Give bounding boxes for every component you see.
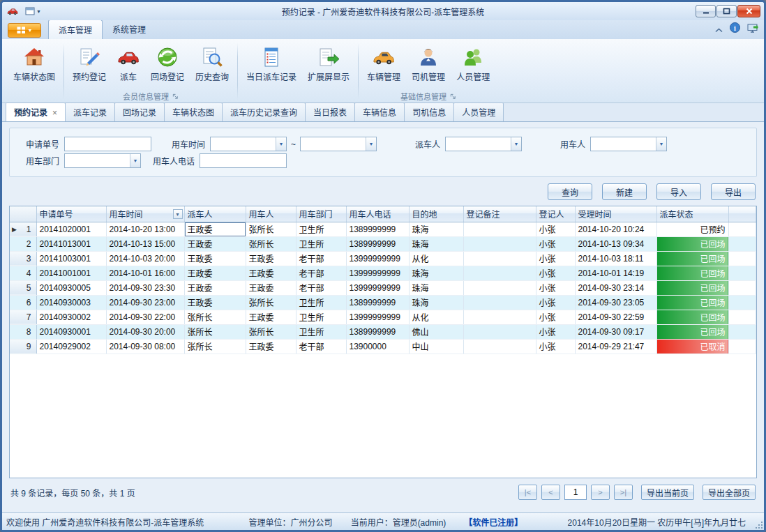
cell-phone[interactable]: 1389999999 [346,236,409,251]
cell-use_time[interactable]: 2014-10-03 20:00 [106,251,184,266]
cell-phone[interactable]: 1389999999 [346,222,409,236]
cell-registrar[interactable]: 小张 [536,295,575,310]
ribbon-button-yellow-car[interactable]: 车辆管理 [361,43,406,84]
cell-dispatcher[interactable]: 王政委 [184,251,246,266]
table-row[interactable]: 2201410130012014-10-13 15:00王政委张所长卫生所138… [10,236,756,251]
cell-order_no[interactable]: 20141003001 [36,251,106,266]
cell-phone[interactable]: 13999999999 [346,310,409,324]
cell-phone[interactable]: 13999999999 [346,251,409,266]
cell-accept_time[interactable]: 2014-10-01 14:19 [575,266,656,280]
cell-dispatcher[interactable]: 王政委 [184,236,246,251]
doc-tab-7[interactable]: 车辆信息 [354,102,405,121]
ribbon-button-pencil[interactable]: 预约登记 [67,43,112,84]
combo-dropdown-icon[interactable]: ▼ [656,137,666,151]
row-indicator[interactable]: ▶1 [10,222,36,236]
cell-status[interactable]: 已回场 [656,324,728,339]
ribbon-tab-2[interactable]: 系统管理 [103,20,156,39]
col-header-remark[interactable]: 登记备注 [463,206,536,222]
cell-status[interactable]: 已回场 [656,295,728,310]
cell-dispatcher[interactable]: 张所长 [184,324,246,339]
cell-use_time[interactable]: 2014-09-30 23:30 [106,280,184,295]
row-indicator[interactable]: 2 [10,236,36,251]
cell-use_time[interactable]: 2014-09-30 22:00 [106,310,184,324]
doc-tab-8[interactable]: 司机信息 [404,102,454,121]
row-indicator[interactable]: 4 [10,266,36,280]
cell-accept_time[interactable]: 2014-09-30 22:59 [575,310,656,324]
cell-destination[interactable]: 从化 [409,310,463,324]
doc-tab-3[interactable]: 回场记录 [114,102,165,121]
cell-destination[interactable]: 珠海 [409,222,463,236]
new-button[interactable]: 新建 [602,183,647,200]
doc-tab-1[interactable]: 预约记录× [6,102,66,121]
cell-status[interactable]: 已取消 [656,339,728,354]
cell-remark[interactable] [463,310,536,324]
cell-status[interactable]: 已回场 [656,251,728,266]
tab-close-icon[interactable]: × [52,108,57,118]
combo-dropdown-icon[interactable]: ▼ [511,137,521,151]
cell-dispatcher[interactable]: 王政委 [184,295,246,310]
cell-destination[interactable]: 佛山 [409,324,463,339]
table-row[interactable]: 3201410030012014-10-03 20:00王政委王政委老干部139… [10,251,756,266]
table-row[interactable]: 6201409300032014-09-30 23:00王政委张所长卫生所138… [10,295,756,310]
cell-remark[interactable] [463,324,536,339]
doc-tab-5[interactable]: 派车历史记录查询 [222,102,306,121]
ribbon-tab-1[interactable]: 派车管理 [48,20,103,39]
ribbon-button-daily-record[interactable]: 当日派车记录 [241,43,302,84]
cell-order_no[interactable]: 20141001001 [36,266,106,280]
cell-status[interactable]: 已回场 [656,266,728,280]
use-time-to-combo[interactable]: ▼ [300,137,377,151]
cell-user[interactable]: 张所长 [246,236,296,251]
import-button[interactable]: 导入 [656,183,701,200]
app-menu-button[interactable]: ▼ [8,23,41,38]
cell-destination[interactable]: 从化 [409,251,463,266]
use-time-from-combo[interactable]: ▼ [210,137,287,151]
cell-phone[interactable]: 1389999999 [346,295,409,310]
col-header-order_no[interactable]: 申请单号 [36,206,106,222]
cell-dept[interactable]: 老干部 [296,251,346,266]
ribbon-button-people[interactable]: 人员管理 [451,43,495,84]
table-row[interactable]: 9201409290022014-09-30 08:00张所长王政委老干部139… [10,339,756,354]
cell-dispatcher[interactable]: 王政委 [184,280,246,295]
first-page-button[interactable]: |< [518,485,537,500]
row-indicator[interactable]: 9 [10,339,36,354]
cell-destination[interactable]: 珠海 [409,295,463,310]
registered-link[interactable]: 【软件已注册】 [464,516,523,528]
cell-user[interactable]: 张所长 [246,295,296,310]
cell-accept_time[interactable]: 2014-10-03 18:11 [575,251,656,266]
cell-phone[interactable]: 13900000 [346,339,409,354]
cell-user[interactable]: 张所长 [246,222,296,236]
cell-registrar[interactable]: 小张 [536,310,575,324]
cell-user[interactable]: 王政委 [246,280,296,295]
col-header-status[interactable]: 派车状态 [656,206,728,222]
last-page-button[interactable]: >| [614,485,633,500]
row-indicator[interactable]: 3 [10,251,36,266]
cell-use_time[interactable]: 2014-10-20 13:00 [106,222,184,236]
collapse-ribbon-icon[interactable] [715,23,723,36]
dialog-launcher-icon[interactable] [172,93,179,100]
cell-registrar[interactable]: 小张 [536,280,575,295]
cell-order_no[interactable]: 20140930003 [36,295,106,310]
cell-accept_time[interactable]: 2014-10-20 10:24 [575,222,656,236]
cell-registrar[interactable]: 小张 [536,324,575,339]
cell-destination[interactable]: 珠海 [409,236,463,251]
cell-registrar[interactable]: 小张 [536,251,575,266]
cell-dept[interactable]: 老干部 [296,266,346,280]
minimize-button[interactable] [696,5,716,17]
filter-dropdown-icon[interactable]: ▼ [173,209,183,219]
cell-accept_time[interactable]: 2014-09-29 21:47 [575,339,656,354]
cell-remark[interactable] [463,280,536,295]
col-header-accept_time[interactable]: 受理时间 [575,206,656,222]
dialog-launcher-icon[interactable] [450,93,456,100]
maximize-button[interactable] [716,5,737,17]
cell-dept[interactable]: 卫生所 [296,222,346,236]
doc-tab-2[interactable]: 派车记录 [65,102,115,121]
cell-user[interactable]: 王政委 [246,266,296,280]
ribbon-button-red-car[interactable]: 派车 [112,43,145,84]
cell-use_time[interactable]: 2014-10-13 15:00 [106,236,184,251]
prev-page-button[interactable]: < [541,485,560,500]
col-header-dispatcher[interactable]: 派车人 [184,206,246,222]
cell-remark[interactable] [463,251,536,266]
cell-phone[interactable]: 13999999999 [346,266,409,280]
ribbon-button-driver[interactable]: 司机管理 [406,43,451,84]
ribbon-button-extend-screen[interactable]: 扩展屏显示 [302,43,355,84]
